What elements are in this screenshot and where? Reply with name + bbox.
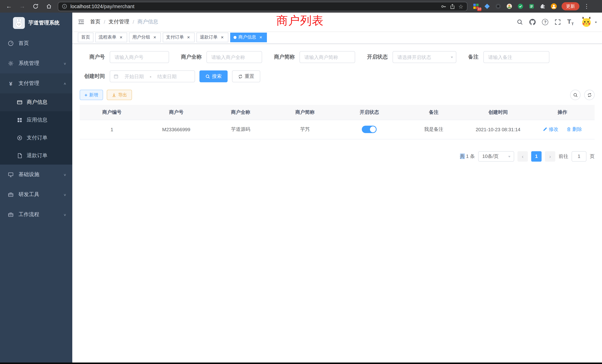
merchant-short-name-input[interactable] (300, 51, 355, 63)
start-date-input[interactable] (120, 74, 148, 79)
sidebar-collapse-icon[interactable] (72, 13, 90, 31)
refresh-icon (587, 93, 592, 97)
next-page-button[interactable]: › (545, 151, 555, 161)
extension-note-icon[interactable] (528, 3, 535, 10)
app-logo[interactable]: 芋道管理系统 (0, 13, 72, 33)
search-button[interactable]: 搜索 (199, 70, 228, 82)
export-button[interactable]: 导出 (107, 90, 132, 100)
chevron-down-icon: ∨ (63, 173, 66, 177)
extensions-puzzle-icon[interactable] (539, 3, 546, 10)
bookmark-star-icon[interactable]: ☆ (458, 3, 463, 9)
browser-menu-icon[interactable]: ⋮ (584, 3, 589, 10)
grid-icon (16, 117, 23, 123)
chevron-down-icon: ∨ (63, 193, 66, 197)
sidebar-item-label: 首页 (19, 40, 29, 47)
merchant-full-name-input[interactable] (206, 51, 262, 63)
breadcrumb-payment[interactable]: 支付管理 (109, 19, 129, 25)
table-tools (570, 90, 595, 100)
sidebar-item-home[interactable]: 首页 (0, 33, 72, 53)
sidebar-item-payment[interactable]: ¥ 支付管理 ∧ (0, 73, 72, 93)
calendar-icon (113, 74, 119, 79)
tag-pay-order[interactable]: 支付订单× (163, 32, 195, 42)
filter-label: 备注 (468, 54, 479, 60)
tag-home[interactable]: 首页 (78, 32, 93, 42)
status-select[interactable]: ▾ (393, 51, 456, 63)
cell-merchant-no: M233666999 (144, 120, 208, 139)
close-icon[interactable]: × (118, 34, 124, 40)
end-date-input[interactable] (153, 74, 181, 79)
status-toggle[interactable] (362, 126, 377, 133)
sidebar-item-refund-order[interactable]: 退款订单 (0, 147, 72, 165)
filter-label: 开启状态 (367, 54, 388, 60)
column-header-remark: 备注 (401, 105, 466, 120)
sidebar-item-workflow[interactable]: 工作流程 ∨ (0, 205, 72, 225)
delete-link[interactable]: 删除 (566, 126, 582, 133)
tag-process-form[interactable]: 流程表单× (95, 32, 127, 42)
back-button[interactable]: ← (5, 3, 13, 10)
tag-user-group[interactable]: 用户分组× (129, 32, 161, 42)
sidebar-item-merchant-info[interactable]: 商户信息 (0, 93, 72, 111)
fullscreen-icon[interactable] (552, 13, 564, 31)
tag-refund-order[interactable]: 退款订单× (196, 32, 228, 42)
column-header-created-at: 创建时间 (466, 105, 530, 120)
header-search-icon[interactable] (514, 13, 526, 31)
column-header-full-name: 商户全称 (208, 105, 273, 120)
main-panel: 首页 / 支付管理 / 商户信息 ? (72, 13, 602, 363)
reload-button[interactable] (32, 3, 39, 10)
forward-button[interactable]: → (19, 3, 26, 10)
extension-dark-circle-icon[interactable] (495, 3, 502, 10)
close-icon[interactable]: × (258, 34, 264, 40)
extension-grid-icon[interactable]: 10 (473, 3, 479, 10)
extension-avatar-icon[interactable] (506, 3, 513, 10)
sidebar-item-pay-order[interactable]: 支付订单 (0, 129, 72, 147)
extension-diamond-icon[interactable] (484, 3, 490, 10)
sidebar-item-label: 基础设施 (19, 171, 39, 178)
extension-green-circle-icon[interactable] (517, 3, 524, 10)
cell-remark: 我是备注 (401, 120, 466, 139)
font-size-icon[interactable]: TT (564, 13, 577, 31)
sidebar-item-label: 支付管理 (19, 80, 39, 87)
chevron-down-icon: ∨ (63, 62, 66, 65)
close-icon[interactable]: × (219, 34, 225, 40)
browser-update-button[interactable]: 更新 (562, 2, 579, 10)
share-icon[interactable] (450, 3, 455, 9)
home-button[interactable] (45, 3, 53, 10)
user-avatar[interactable]: ▾ (580, 16, 597, 28)
top-navbar: 首页 / 支付管理 / 商户信息 ? (72, 13, 602, 31)
monitor-icon (7, 171, 14, 178)
sidebar: 芋道管理系统 首页 系统管理 ∨ (0, 13, 72, 363)
help-icon[interactable]: ? (539, 13, 552, 31)
filter-label: 商户简称 (274, 54, 295, 60)
tag-merchant-info[interactable]: 商户信息× (230, 32, 267, 42)
status-select-input[interactable] (393, 51, 456, 63)
page-1-button[interactable]: 1 (531, 151, 542, 161)
browser-profile-avatar[interactable] (550, 3, 557, 10)
breadcrumb: 首页 / 支付管理 / 商户信息 (90, 19, 158, 25)
sidebar-item-app-info[interactable]: 应用信息 (0, 111, 72, 129)
edit-link[interactable]: 修改 (543, 126, 559, 133)
close-icon[interactable]: × (152, 34, 158, 40)
remark-input[interactable] (483, 51, 549, 63)
reset-button[interactable]: 重置 (232, 70, 260, 82)
cell-short-name: 芋艿 (273, 120, 337, 139)
site-info-icon[interactable] (62, 4, 67, 9)
github-icon[interactable] (526, 13, 539, 31)
refresh-table-button[interactable] (584, 90, 595, 100)
prev-page-button[interactable]: ‹ (517, 151, 528, 161)
close-icon[interactable]: × (186, 34, 191, 40)
sidebar-item-system[interactable]: 系统管理 ∨ (0, 53, 72, 73)
address-bar[interactable]: localhost:1024/pay/merchant ☆ (58, 2, 467, 11)
sidebar-item-infrastructure[interactable]: 基础设施 ∨ (0, 165, 72, 185)
breadcrumb-home[interactable]: 首页 (90, 19, 100, 25)
toggle-search-button[interactable] (570, 90, 580, 100)
create-time-range-picker[interactable]: - (110, 70, 195, 82)
page-size-select[interactable]: 10条/页 ▾ (478, 151, 514, 161)
add-button[interactable]: + 新增 (80, 90, 103, 100)
goto-page-input[interactable] (572, 151, 586, 161)
password-key-icon[interactable] (441, 3, 446, 9)
merchant-no-input[interactable] (110, 51, 169, 63)
cell-created-at: 2021-10-23 08:31:14 (466, 120, 530, 139)
sidebar-item-dev-tools[interactable]: 研发工具 ∨ (0, 185, 72, 205)
download-icon (111, 93, 116, 97)
column-header-index: 商户编号 (80, 105, 144, 120)
